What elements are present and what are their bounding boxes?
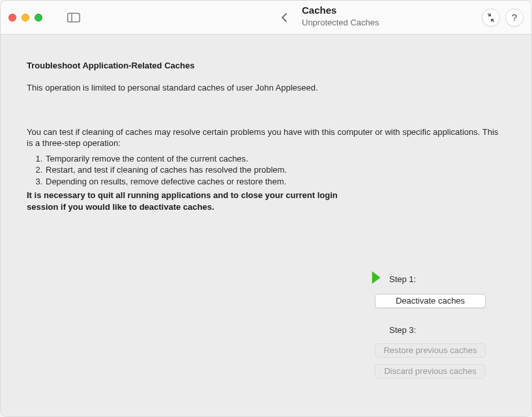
window-fullscreen-button[interactable] xyxy=(35,14,42,22)
intro-text: This operation is limited to personal st… xyxy=(27,82,505,94)
window-subtitle: Unprotected Caches xyxy=(302,18,379,28)
step1-label: Step 1: xyxy=(389,274,416,284)
step1-row: Step 1: xyxy=(375,272,505,286)
discard-caches-button: Discard previous caches xyxy=(375,364,486,379)
actions-panel: Step 1: Deactivate caches Step 3: Restor… xyxy=(375,272,505,385)
lead-text: You can test if cleaning of caches may r… xyxy=(27,126,505,149)
content-area: Troubleshoot Application-Related Caches … xyxy=(1,35,531,416)
sidebar-toggle-button[interactable] xyxy=(63,10,84,25)
back-button[interactable] xyxy=(281,1,288,35)
step-item: Restart, and test if cleaning of caches … xyxy=(45,164,505,176)
steps-list: Temporarily remove the content of the cu… xyxy=(45,153,505,188)
step-item: Depending on results, remove defective c… xyxy=(45,176,505,188)
window-close-button[interactable] xyxy=(8,14,16,22)
current-step-arrow-icon xyxy=(371,271,381,287)
title-stack: Caches Unprotected Caches xyxy=(302,5,379,28)
warning-note: It is necessary to quit all running appl… xyxy=(27,190,340,212)
titlebar: Caches Unprotected Caches ? xyxy=(1,1,531,35)
restore-caches-button: Restore previous caches xyxy=(375,343,486,358)
svg-marker-2 xyxy=(372,272,380,283)
collapse-button[interactable] xyxy=(482,8,500,27)
page-heading: Troubleshoot Application-Related Caches xyxy=(27,61,505,70)
step-item: Temporarily remove the content of the cu… xyxy=(45,153,505,165)
question-mark-icon: ? xyxy=(512,12,517,23)
deactivate-caches-button[interactable]: Deactivate caches xyxy=(375,294,486,308)
window-title: Caches xyxy=(302,5,379,16)
help-button[interactable]: ? xyxy=(505,8,524,27)
svg-rect-0 xyxy=(68,13,80,22)
window-minimize-button[interactable] xyxy=(22,14,29,22)
step3-label: Step 3: xyxy=(389,325,416,335)
step3-row: Step 3: xyxy=(375,323,505,337)
window-traffic-lights xyxy=(8,14,42,22)
